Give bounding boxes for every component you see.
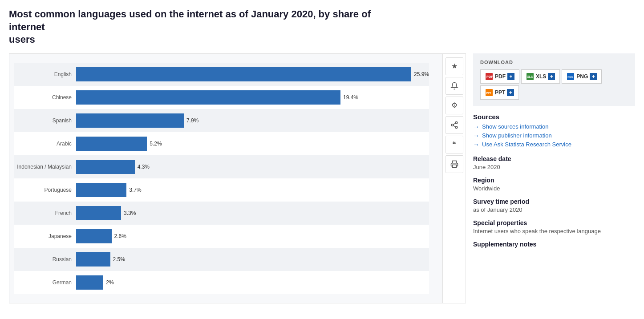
special-properties-block: Special properties Internet users who sp… <box>473 219 635 234</box>
arrow-icon-1: → <box>473 123 479 130</box>
svg-rect-5 <box>452 165 456 167</box>
bar-value: 3.3% <box>124 210 136 216</box>
bar-track: 2% <box>76 271 429 294</box>
ask-statista-text: Use Ask Statista Research Service <box>482 141 571 148</box>
star-button[interactable]: ★ <box>446 57 463 75</box>
region-key: Region <box>473 177 635 184</box>
pdf-label: PDF <box>495 73 506 80</box>
show-sources-link[interactable]: → Show sources information <box>473 123 635 130</box>
sources-heading: Sources <box>473 113 635 121</box>
pdf-icon: PDF <box>485 73 493 81</box>
supplementary-notes-key: Supplementary notes <box>473 241 635 248</box>
share-button[interactable] <box>446 116 463 134</box>
bar-fill <box>76 90 340 105</box>
bar-value: 4.3% <box>138 164 150 170</box>
survey-period-key: Survey time period <box>473 198 635 205</box>
bar-track: 25.9% <box>76 63 429 86</box>
ppt-icon: PPT <box>485 89 493 97</box>
show-sources-text: Show sources information <box>482 123 549 130</box>
download-section: DOWNLOAD PDF PDF + XLS XLS + <box>473 53 635 106</box>
ppt-label: PPT <box>495 89 505 96</box>
bar-value: 5.2% <box>150 141 162 147</box>
bar-fill <box>76 67 411 81</box>
release-date-val: June 2020 <box>473 164 635 170</box>
svg-text:PDF: PDF <box>486 75 493 79</box>
bar-label: Indonesian / Malaysian <box>14 164 76 170</box>
bar-row: Spanish7.9% <box>14 109 429 132</box>
sources-block: Sources → Show sources information → Sho… <box>473 113 635 148</box>
survey-period-block: Survey time period as of January 2020 <box>473 198 635 213</box>
survey-period-val: as of January 2020 <box>473 206 635 213</box>
bar-fill <box>76 137 147 151</box>
arrow-icon-2: → <box>473 132 479 139</box>
bar-label: Chinese <box>14 94 76 101</box>
chart-title: Most common languages used on the intern… <box>9 8 374 46</box>
bar-label: Spanish <box>14 117 76 124</box>
release-date-key: Release date <box>473 155 635 162</box>
show-publisher-text: Show publisher information <box>482 132 552 139</box>
action-buttons-panel: ★ ⚙ ❝ <box>442 54 466 303</box>
bar-row: Portuguese3.7% <box>14 178 429 202</box>
bar-label: English <box>14 71 76 77</box>
bar-track: 19.4% <box>76 86 429 109</box>
bar-chart-container: English25.9%Chinese19.4%Spanish7.9%Arabi… <box>9 54 442 303</box>
bar-fill <box>76 206 121 220</box>
bar-track: 3.7% <box>76 178 429 202</box>
pdf-plus: + <box>507 73 514 80</box>
xls-download-button[interactable]: XLS XLS + <box>521 69 560 84</box>
svg-point-0 <box>455 121 458 124</box>
bar-fill <box>76 229 112 243</box>
xls-icon: XLS <box>526 73 534 81</box>
bar-value: 19.4% <box>343 94 358 101</box>
svg-line-4 <box>453 123 455 125</box>
bar-row: Chinese19.4% <box>14 86 429 109</box>
bar-row: English25.9% <box>14 63 429 86</box>
ppt-plus: + <box>507 89 514 96</box>
svg-line-3 <box>453 125 455 127</box>
bar-fill <box>76 113 184 128</box>
bar-row: German2% <box>14 271 429 294</box>
bar-label: German <box>14 279 76 286</box>
bar-row: Arabic5.2% <box>14 132 429 155</box>
png-icon: PNG <box>567 73 575 81</box>
bar-value: 7.9% <box>186 117 198 124</box>
release-date-block: Release date June 2020 <box>473 155 635 170</box>
gear-button[interactable]: ⚙ <box>446 97 463 114</box>
bar-fill <box>76 252 110 267</box>
bar-fill <box>76 183 126 197</box>
svg-point-1 <box>451 124 454 126</box>
bar-track: 5.2% <box>76 132 429 155</box>
region-val: Worldwide <box>473 185 635 192</box>
ppt-download-button[interactable]: PPT PPT + <box>480 85 519 100</box>
bar-track: 2.5% <box>76 248 429 271</box>
quote-button[interactable]: ❝ <box>446 136 463 153</box>
png-plus: + <box>590 73 597 80</box>
bar-fill <box>76 275 103 290</box>
xls-plus: + <box>548 73 555 80</box>
bar-track: 2.6% <box>76 225 429 248</box>
png-download-button[interactable]: PNG PNG + <box>562 69 602 84</box>
print-button[interactable] <box>446 155 463 173</box>
special-properties-val: Internet users who speak the respective … <box>473 228 635 234</box>
bar-row: French3.3% <box>14 202 429 225</box>
ask-statista-link[interactable]: → Use Ask Statista Research Service <box>473 141 635 148</box>
supplementary-notes-block: Supplementary notes <box>473 241 635 248</box>
bar-track: 3.3% <box>76 202 429 225</box>
bar-value: 2.5% <box>113 256 125 262</box>
bar-label: Arabic <box>14 141 76 147</box>
bar-value: 2% <box>106 279 113 286</box>
bar-label: Japanese <box>14 233 76 239</box>
xls-label: XLS <box>536 73 546 80</box>
bar-value: 2.6% <box>114 233 126 239</box>
svg-text:PNG: PNG <box>568 76 574 78</box>
bar-label: Russian <box>14 256 76 262</box>
show-publisher-link[interactable]: → Show publisher information <box>473 132 635 139</box>
bar-row: Russian2.5% <box>14 248 429 271</box>
bar-track: 4.3% <box>76 155 429 178</box>
bar-label: Portuguese <box>14 187 76 193</box>
bar-track: 7.9% <box>76 109 429 132</box>
pdf-download-button[interactable]: PDF PDF + <box>480 69 519 84</box>
bell-button[interactable] <box>446 77 463 95</box>
svg-text:PPT: PPT <box>486 92 491 94</box>
svg-text:XLS: XLS <box>527 75 533 78</box>
